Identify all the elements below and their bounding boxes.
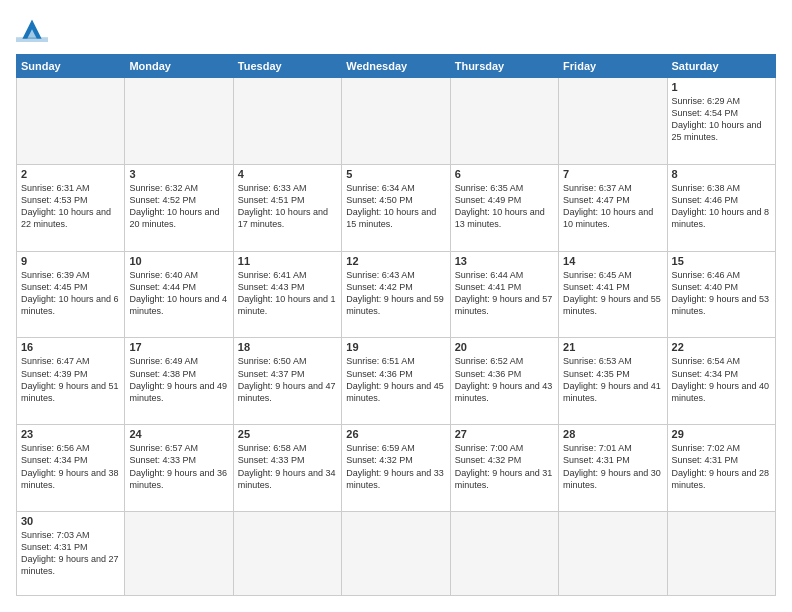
calendar-cell: 13Sunrise: 6:44 AM Sunset: 4:41 PM Dayli… xyxy=(450,251,558,338)
calendar-week-row: 9Sunrise: 6:39 AM Sunset: 4:45 PM Daylig… xyxy=(17,251,776,338)
calendar-cell xyxy=(342,512,450,596)
calendar-cell: 15Sunrise: 6:46 AM Sunset: 4:40 PM Dayli… xyxy=(667,251,775,338)
day-number: 1 xyxy=(672,81,771,93)
calendar-cell: 2Sunrise: 6:31 AM Sunset: 4:53 PM Daylig… xyxy=(17,164,125,251)
logo-icon xyxy=(16,16,48,44)
day-number: 17 xyxy=(129,341,228,353)
day-number: 20 xyxy=(455,341,554,353)
calendar-week-row: 30Sunrise: 7:03 AM Sunset: 4:31 PM Dayli… xyxy=(17,512,776,596)
day-info: Sunrise: 6:58 AM Sunset: 4:33 PM Dayligh… xyxy=(238,442,337,491)
calendar-cell: 23Sunrise: 6:56 AM Sunset: 4:34 PM Dayli… xyxy=(17,425,125,512)
day-info: Sunrise: 6:40 AM Sunset: 4:44 PM Dayligh… xyxy=(129,269,228,318)
calendar-cell: 11Sunrise: 6:41 AM Sunset: 4:43 PM Dayli… xyxy=(233,251,341,338)
day-number: 25 xyxy=(238,428,337,440)
day-info: Sunrise: 6:57 AM Sunset: 4:33 PM Dayligh… xyxy=(129,442,228,491)
day-number: 9 xyxy=(21,255,120,267)
day-info: Sunrise: 6:43 AM Sunset: 4:42 PM Dayligh… xyxy=(346,269,445,318)
day-info: Sunrise: 6:47 AM Sunset: 4:39 PM Dayligh… xyxy=(21,355,120,404)
calendar-cell xyxy=(17,78,125,165)
day-info: Sunrise: 6:51 AM Sunset: 4:36 PM Dayligh… xyxy=(346,355,445,404)
logo xyxy=(16,16,52,44)
calendar-cell: 18Sunrise: 6:50 AM Sunset: 4:37 PM Dayli… xyxy=(233,338,341,425)
day-info: Sunrise: 7:01 AM Sunset: 4:31 PM Dayligh… xyxy=(563,442,662,491)
weekday-header-friday: Friday xyxy=(559,55,667,78)
weekday-header-tuesday: Tuesday xyxy=(233,55,341,78)
day-info: Sunrise: 7:03 AM Sunset: 4:31 PM Dayligh… xyxy=(21,529,120,578)
day-number: 7 xyxy=(563,168,662,180)
calendar-cell: 19Sunrise: 6:51 AM Sunset: 4:36 PM Dayli… xyxy=(342,338,450,425)
day-number: 3 xyxy=(129,168,228,180)
day-info: Sunrise: 6:52 AM Sunset: 4:36 PM Dayligh… xyxy=(455,355,554,404)
day-info: Sunrise: 6:31 AM Sunset: 4:53 PM Dayligh… xyxy=(21,182,120,231)
day-number: 13 xyxy=(455,255,554,267)
day-number: 10 xyxy=(129,255,228,267)
day-number: 4 xyxy=(238,168,337,180)
calendar-cell: 12Sunrise: 6:43 AM Sunset: 4:42 PM Dayli… xyxy=(342,251,450,338)
calendar-cell: 29Sunrise: 7:02 AM Sunset: 4:31 PM Dayli… xyxy=(667,425,775,512)
calendar-table: SundayMondayTuesdayWednesdayThursdayFrid… xyxy=(16,54,776,596)
day-number: 19 xyxy=(346,341,445,353)
day-number: 12 xyxy=(346,255,445,267)
calendar-cell: 22Sunrise: 6:54 AM Sunset: 4:34 PM Dayli… xyxy=(667,338,775,425)
day-info: Sunrise: 6:38 AM Sunset: 4:46 PM Dayligh… xyxy=(672,182,771,231)
calendar-week-row: 1Sunrise: 6:29 AM Sunset: 4:54 PM Daylig… xyxy=(17,78,776,165)
day-info: Sunrise: 6:53 AM Sunset: 4:35 PM Dayligh… xyxy=(563,355,662,404)
day-info: Sunrise: 6:35 AM Sunset: 4:49 PM Dayligh… xyxy=(455,182,554,231)
calendar-cell: 1Sunrise: 6:29 AM Sunset: 4:54 PM Daylig… xyxy=(667,78,775,165)
day-number: 18 xyxy=(238,341,337,353)
day-info: Sunrise: 6:54 AM Sunset: 4:34 PM Dayligh… xyxy=(672,355,771,404)
day-number: 11 xyxy=(238,255,337,267)
calendar-cell: 9Sunrise: 6:39 AM Sunset: 4:45 PM Daylig… xyxy=(17,251,125,338)
calendar-cell xyxy=(233,78,341,165)
weekday-header-wednesday: Wednesday xyxy=(342,55,450,78)
calendar-cell xyxy=(450,78,558,165)
calendar-cell: 7Sunrise: 6:37 AM Sunset: 4:47 PM Daylig… xyxy=(559,164,667,251)
calendar-cell: 3Sunrise: 6:32 AM Sunset: 4:52 PM Daylig… xyxy=(125,164,233,251)
calendar-cell: 8Sunrise: 6:38 AM Sunset: 4:46 PM Daylig… xyxy=(667,164,775,251)
day-info: Sunrise: 6:50 AM Sunset: 4:37 PM Dayligh… xyxy=(238,355,337,404)
day-number: 6 xyxy=(455,168,554,180)
day-info: Sunrise: 6:32 AM Sunset: 4:52 PM Dayligh… xyxy=(129,182,228,231)
day-number: 8 xyxy=(672,168,771,180)
day-info: Sunrise: 6:41 AM Sunset: 4:43 PM Dayligh… xyxy=(238,269,337,318)
day-info: Sunrise: 6:34 AM Sunset: 4:50 PM Dayligh… xyxy=(346,182,445,231)
calendar-cell: 27Sunrise: 7:00 AM Sunset: 4:32 PM Dayli… xyxy=(450,425,558,512)
day-info: Sunrise: 6:37 AM Sunset: 4:47 PM Dayligh… xyxy=(563,182,662,231)
calendar-cell xyxy=(342,78,450,165)
calendar-cell: 24Sunrise: 6:57 AM Sunset: 4:33 PM Dayli… xyxy=(125,425,233,512)
weekday-header-saturday: Saturday xyxy=(667,55,775,78)
calendar-cell: 14Sunrise: 6:45 AM Sunset: 4:41 PM Dayli… xyxy=(559,251,667,338)
day-number: 2 xyxy=(21,168,120,180)
calendar-cell xyxy=(667,512,775,596)
day-number: 26 xyxy=(346,428,445,440)
calendar-cell xyxy=(450,512,558,596)
day-info: Sunrise: 6:29 AM Sunset: 4:54 PM Dayligh… xyxy=(672,95,771,144)
calendar-cell xyxy=(559,78,667,165)
day-number: 16 xyxy=(21,341,120,353)
day-number: 21 xyxy=(563,341,662,353)
weekday-header-thursday: Thursday xyxy=(450,55,558,78)
page-header xyxy=(16,16,776,44)
calendar-cell: 20Sunrise: 6:52 AM Sunset: 4:36 PM Dayli… xyxy=(450,338,558,425)
weekday-header-sunday: Sunday xyxy=(17,55,125,78)
weekday-header-monday: Monday xyxy=(125,55,233,78)
day-info: Sunrise: 6:33 AM Sunset: 4:51 PM Dayligh… xyxy=(238,182,337,231)
day-info: Sunrise: 6:59 AM Sunset: 4:32 PM Dayligh… xyxy=(346,442,445,491)
calendar-cell: 21Sunrise: 6:53 AM Sunset: 4:35 PM Dayli… xyxy=(559,338,667,425)
calendar-cell: 16Sunrise: 6:47 AM Sunset: 4:39 PM Dayli… xyxy=(17,338,125,425)
day-number: 30 xyxy=(21,515,120,527)
day-number: 15 xyxy=(672,255,771,267)
calendar-cell: 26Sunrise: 6:59 AM Sunset: 4:32 PM Dayli… xyxy=(342,425,450,512)
day-info: Sunrise: 6:39 AM Sunset: 4:45 PM Dayligh… xyxy=(21,269,120,318)
calendar-week-row: 23Sunrise: 6:56 AM Sunset: 4:34 PM Dayli… xyxy=(17,425,776,512)
day-number: 27 xyxy=(455,428,554,440)
calendar-cell: 4Sunrise: 6:33 AM Sunset: 4:51 PM Daylig… xyxy=(233,164,341,251)
calendar-week-row: 16Sunrise: 6:47 AM Sunset: 4:39 PM Dayli… xyxy=(17,338,776,425)
calendar-cell: 28Sunrise: 7:01 AM Sunset: 4:31 PM Dayli… xyxy=(559,425,667,512)
day-info: Sunrise: 6:46 AM Sunset: 4:40 PM Dayligh… xyxy=(672,269,771,318)
day-number: 5 xyxy=(346,168,445,180)
svg-rect-2 xyxy=(16,37,48,42)
weekday-header-row: SundayMondayTuesdayWednesdayThursdayFrid… xyxy=(17,55,776,78)
day-info: Sunrise: 7:00 AM Sunset: 4:32 PM Dayligh… xyxy=(455,442,554,491)
calendar-cell: 30Sunrise: 7:03 AM Sunset: 4:31 PM Dayli… xyxy=(17,512,125,596)
